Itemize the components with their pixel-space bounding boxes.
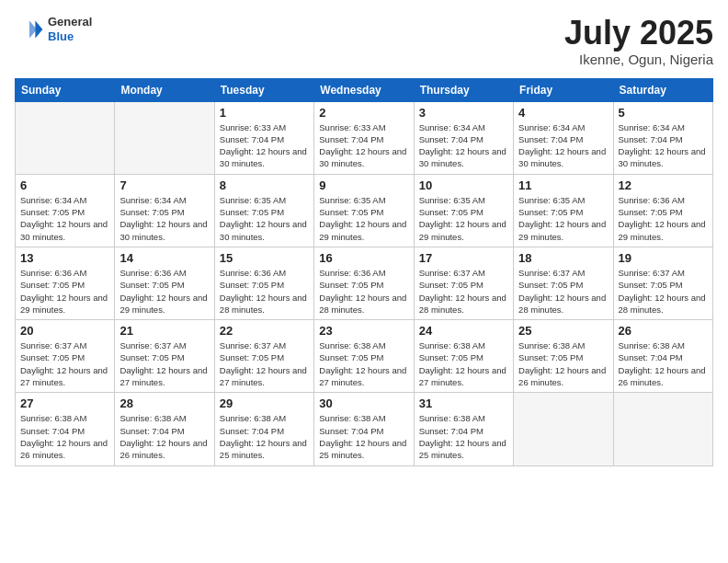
logo: General Blue <box>15 15 92 44</box>
day-number: 3 <box>419 106 508 120</box>
day-number: 1 <box>220 106 309 120</box>
day-info: Sunrise: 6:34 AMSunset: 7:05 PMDaylight:… <box>119 194 209 243</box>
day-number: 11 <box>518 178 608 192</box>
day-number: 18 <box>518 251 608 265</box>
calendar-day-cell: 27Sunrise: 6:38 AMSunset: 7:04 PMDayligh… <box>16 393 115 465</box>
weekday-header-thursday: Thursday <box>414 78 513 101</box>
day-info: Sunrise: 6:35 AMSunset: 7:05 PMDaylight:… <box>319 194 408 243</box>
day-number: 30 <box>319 396 408 410</box>
calendar-day-cell: 31Sunrise: 6:38 AMSunset: 7:04 PMDayligh… <box>414 393 513 465</box>
title-block: July 2025 Ikenne, Ogun, Nigeria <box>564 15 713 67</box>
calendar-day-cell: 15Sunrise: 6:36 AMSunset: 7:05 PMDayligh… <box>214 247 313 319</box>
calendar-day-cell: 14Sunrise: 6:36 AMSunset: 7:05 PMDayligh… <box>115 247 214 319</box>
logo-text: General Blue <box>48 15 92 43</box>
calendar-day-cell: 18Sunrise: 6:37 AMSunset: 7:05 PMDayligh… <box>514 247 613 319</box>
calendar-title: July 2025 <box>564 15 713 52</box>
day-info: Sunrise: 6:38 AMSunset: 7:05 PMDaylight:… <box>419 339 508 388</box>
calendar-day-cell: 28Sunrise: 6:38 AMSunset: 7:04 PMDayligh… <box>115 393 214 465</box>
day-info: Sunrise: 6:34 AMSunset: 7:04 PMDaylight:… <box>419 121 508 170</box>
calendar-day-cell: 9Sunrise: 6:35 AMSunset: 7:05 PMDaylight… <box>314 174 414 247</box>
day-info: Sunrise: 6:33 AMSunset: 7:04 PMDaylight:… <box>319 121 408 170</box>
day-info: Sunrise: 6:35 AMSunset: 7:05 PMDaylight:… <box>518 194 608 243</box>
weekday-header-friday: Friday <box>514 78 613 101</box>
day-number: 31 <box>419 396 508 410</box>
calendar-location: Ikenne, Ogun, Nigeria <box>564 52 713 67</box>
calendar-day-cell: 21Sunrise: 6:37 AMSunset: 7:05 PMDayligh… <box>115 320 214 393</box>
calendar-day-cell <box>115 101 214 174</box>
day-number: 9 <box>319 178 408 192</box>
day-number: 13 <box>20 251 109 265</box>
day-info: Sunrise: 6:36 AMSunset: 7:05 PMDaylight:… <box>20 267 109 316</box>
calendar-day-cell: 16Sunrise: 6:36 AMSunset: 7:05 PMDayligh… <box>314 247 414 319</box>
calendar-day-cell: 2Sunrise: 6:33 AMSunset: 7:04 PMDaylight… <box>314 101 414 174</box>
day-info: Sunrise: 6:34 AMSunset: 7:05 PMDaylight:… <box>20 194 109 243</box>
calendar-week-row: 1Sunrise: 6:33 AMSunset: 7:04 PMDaylight… <box>16 101 713 174</box>
day-number: 16 <box>319 251 408 265</box>
weekday-header-tuesday: Tuesday <box>214 78 313 101</box>
calendar-day-cell: 26Sunrise: 6:38 AMSunset: 7:04 PMDayligh… <box>613 320 712 393</box>
calendar-day-cell: 24Sunrise: 6:38 AMSunset: 7:05 PMDayligh… <box>414 320 513 393</box>
day-number: 4 <box>518 106 608 120</box>
day-info: Sunrise: 6:36 AMSunset: 7:05 PMDaylight:… <box>619 194 708 243</box>
calendar-day-cell <box>613 393 712 465</box>
calendar-week-row: 6Sunrise: 6:34 AMSunset: 7:05 PMDaylight… <box>16 174 713 247</box>
day-info: Sunrise: 6:37 AMSunset: 7:05 PMDaylight:… <box>619 267 708 316</box>
calendar-day-cell: 20Sunrise: 6:37 AMSunset: 7:05 PMDayligh… <box>16 320 115 393</box>
day-number: 10 <box>419 178 508 192</box>
calendar-day-cell: 1Sunrise: 6:33 AMSunset: 7:04 PMDaylight… <box>214 101 313 174</box>
day-info: Sunrise: 6:34 AMSunset: 7:04 PMDaylight:… <box>619 121 708 170</box>
day-number: 2 <box>319 106 408 120</box>
calendar-week-row: 13Sunrise: 6:36 AMSunset: 7:05 PMDayligh… <box>16 247 713 319</box>
weekday-header-row: SundayMondayTuesdayWednesdayThursdayFrid… <box>16 78 713 101</box>
day-number: 29 <box>220 396 309 410</box>
day-number: 5 <box>619 106 708 120</box>
day-number: 17 <box>419 251 508 265</box>
calendar-day-cell: 25Sunrise: 6:38 AMSunset: 7:05 PMDayligh… <box>514 320 613 393</box>
logo-blue-text: Blue <box>48 29 92 44</box>
day-number: 7 <box>119 178 209 192</box>
day-info: Sunrise: 6:35 AMSunset: 7:05 PMDaylight:… <box>419 194 508 243</box>
day-info: Sunrise: 6:35 AMSunset: 7:05 PMDaylight:… <box>220 194 309 243</box>
calendar-day-cell: 23Sunrise: 6:38 AMSunset: 7:05 PMDayligh… <box>314 320 414 393</box>
day-number: 28 <box>119 396 209 410</box>
day-info: Sunrise: 6:37 AMSunset: 7:05 PMDaylight:… <box>220 339 309 388</box>
day-info: Sunrise: 6:38 AMSunset: 7:04 PMDaylight:… <box>119 412 209 461</box>
day-info: Sunrise: 6:37 AMSunset: 7:05 PMDaylight:… <box>518 267 608 316</box>
calendar-day-cell: 7Sunrise: 6:34 AMSunset: 7:05 PMDaylight… <box>115 174 214 247</box>
day-number: 14 <box>119 251 209 265</box>
day-info: Sunrise: 6:37 AMSunset: 7:05 PMDaylight:… <box>119 339 209 388</box>
calendar-day-cell: 4Sunrise: 6:34 AMSunset: 7:04 PMDaylight… <box>514 101 613 174</box>
day-number: 8 <box>220 178 309 192</box>
day-info: Sunrise: 6:37 AMSunset: 7:05 PMDaylight:… <box>20 339 109 388</box>
day-number: 20 <box>20 324 109 338</box>
day-number: 15 <box>220 251 309 265</box>
calendar-day-cell: 12Sunrise: 6:36 AMSunset: 7:05 PMDayligh… <box>613 174 712 247</box>
day-info: Sunrise: 6:38 AMSunset: 7:04 PMDaylight:… <box>319 412 408 461</box>
calendar-day-cell: 19Sunrise: 6:37 AMSunset: 7:05 PMDayligh… <box>613 247 712 319</box>
day-info: Sunrise: 6:38 AMSunset: 7:04 PMDaylight:… <box>419 412 508 461</box>
day-info: Sunrise: 6:33 AMSunset: 7:04 PMDaylight:… <box>220 121 309 170</box>
weekday-header-saturday: Saturday <box>613 78 712 101</box>
day-number: 27 <box>20 396 109 410</box>
weekday-header-monday: Monday <box>115 78 214 101</box>
day-info: Sunrise: 6:38 AMSunset: 7:04 PMDaylight:… <box>220 412 309 461</box>
calendar-day-cell: 10Sunrise: 6:35 AMSunset: 7:05 PMDayligh… <box>414 174 513 247</box>
day-info: Sunrise: 6:37 AMSunset: 7:05 PMDaylight:… <box>419 267 508 316</box>
calendar-table: SundayMondayTuesdayWednesdayThursdayFrid… <box>15 78 713 466</box>
calendar-day-cell: 30Sunrise: 6:38 AMSunset: 7:04 PMDayligh… <box>314 393 414 465</box>
day-info: Sunrise: 6:38 AMSunset: 7:05 PMDaylight:… <box>518 339 608 388</box>
day-number: 6 <box>20 178 109 192</box>
weekday-header-sunday: Sunday <box>16 78 115 101</box>
logo-general-text: General <box>48 15 92 29</box>
calendar-day-cell: 13Sunrise: 6:36 AMSunset: 7:05 PMDayligh… <box>16 247 115 319</box>
day-number: 21 <box>119 324 209 338</box>
calendar-day-cell: 29Sunrise: 6:38 AMSunset: 7:04 PMDayligh… <box>214 393 313 465</box>
calendar-day-cell: 5Sunrise: 6:34 AMSunset: 7:04 PMDaylight… <box>613 101 712 174</box>
day-number: 26 <box>619 324 708 338</box>
day-info: Sunrise: 6:36 AMSunset: 7:05 PMDaylight:… <box>319 267 408 316</box>
day-number: 12 <box>619 178 708 192</box>
calendar-day-cell: 6Sunrise: 6:34 AMSunset: 7:05 PMDaylight… <box>16 174 115 247</box>
day-info: Sunrise: 6:34 AMSunset: 7:04 PMDaylight:… <box>518 121 608 170</box>
page-header: General Blue July 2025 Ikenne, Ogun, Nig… <box>15 15 713 67</box>
calendar-day-cell: 22Sunrise: 6:37 AMSunset: 7:05 PMDayligh… <box>214 320 313 393</box>
